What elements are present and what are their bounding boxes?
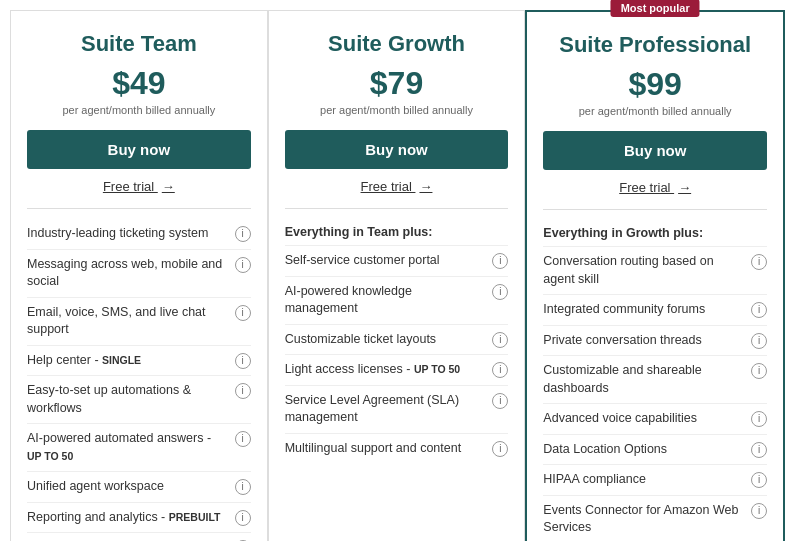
info-icon[interactable]: i — [751, 442, 767, 458]
feature-badge: PREBUILT — [169, 511, 221, 523]
feature-item: Reporting and analytics - PREBUILT i — [27, 503, 251, 534]
feature-text: Customizable and shareable dashboards — [543, 362, 751, 397]
plan-price: $99 — [543, 66, 767, 103]
buy-now-button[interactable]: Buy now — [27, 130, 251, 169]
feature-text: Service Level Agreement (SLA) management — [285, 392, 493, 427]
arrow-icon: → — [419, 179, 432, 194]
features-list: Self-service customer portal i AI-powere… — [285, 246, 509, 463]
feature-item: Service Level Agreement (SLA) management… — [285, 386, 509, 434]
feature-text: Industry-leading ticketing system — [27, 225, 235, 243]
divider — [27, 208, 251, 209]
feature-item: Email, voice, SMS, and live chat support… — [27, 298, 251, 346]
feature-item: HIPAA compliance i — [543, 465, 767, 496]
plan-name: Suite Team — [27, 31, 251, 57]
free-trial-link[interactable]: Free trial → — [543, 180, 767, 195]
feature-text: Conversation routing based on agent skil… — [543, 253, 751, 288]
features-list: Conversation routing based on agent skil… — [543, 247, 767, 541]
feature-item: Light access licenses - UP TO 50 i — [285, 355, 509, 386]
info-icon[interactable]: i — [751, 302, 767, 318]
feature-badge: UP TO 50 — [414, 363, 460, 375]
feature-item: Self-service customer portal i — [285, 246, 509, 277]
feature-item: Multilingual support and content i — [285, 434, 509, 464]
arrow-icon: → — [162, 179, 175, 194]
most-popular-badge: Most popular — [611, 0, 700, 17]
free-trial-link[interactable]: Free trial → — [285, 179, 509, 194]
feature-text: Advanced voice capabilities — [543, 410, 751, 428]
feature-item: Industry-leading ticketing system i — [27, 219, 251, 250]
feature-item: Easy-to-set up automations & workflows i — [27, 376, 251, 424]
arrow-icon: → — [678, 180, 691, 195]
plan-name: Suite Growth — [285, 31, 509, 57]
plan-name: Suite Professional — [543, 32, 767, 58]
feature-text: Customizable ticket layouts — [285, 331, 493, 349]
info-icon[interactable]: i — [235, 305, 251, 321]
info-icon[interactable]: i — [751, 503, 767, 519]
feature-text: Easy-to-set up automations & workflows — [27, 382, 235, 417]
info-icon[interactable]: i — [492, 332, 508, 348]
info-icon[interactable]: i — [492, 253, 508, 269]
pricing-container: Suite Team$49per agent/month billed annu… — [0, 0, 795, 541]
info-icon[interactable]: i — [492, 362, 508, 378]
feature-item: Customizable ticket layouts i — [285, 325, 509, 356]
feature-text: Integrated community forums — [543, 301, 751, 319]
buy-now-button[interactable]: Buy now — [285, 130, 509, 169]
info-icon[interactable]: i — [235, 257, 251, 273]
info-icon[interactable]: i — [235, 226, 251, 242]
plan-price: $79 — [285, 65, 509, 102]
section-header: Everything in Team plus: — [285, 219, 509, 246]
feature-item: AI-powered knowledge management i — [285, 277, 509, 325]
info-icon[interactable]: i — [235, 431, 251, 447]
divider — [285, 208, 509, 209]
info-icon[interactable]: i — [235, 383, 251, 399]
feature-text: Data Location Options — [543, 441, 751, 459]
feature-item: Private conversation threads i — [543, 326, 767, 357]
feature-text: AI-powered automated answers - UP TO 50 — [27, 430, 235, 465]
feature-item: Data Location Options i — [543, 435, 767, 466]
feature-text: Reporting and analytics - PREBUILT — [27, 509, 235, 527]
features-list: Industry-leading ticketing system i Mess… — [27, 219, 251, 541]
feature-text: Help center - SINGLE — [27, 352, 235, 370]
info-icon[interactable]: i — [751, 472, 767, 488]
info-icon[interactable]: i — [235, 510, 251, 526]
info-icon[interactable]: i — [492, 393, 508, 409]
plan-billing: per agent/month billed annually — [27, 104, 251, 116]
feature-item: Integrated community forums i — [543, 295, 767, 326]
info-icon[interactable]: i — [492, 441, 508, 457]
info-icon[interactable]: i — [751, 333, 767, 349]
info-icon[interactable]: i — [492, 284, 508, 300]
feature-item: AI-powered automated answers - UP TO 50 … — [27, 424, 251, 472]
feature-item: Advanced voice capabilities i — [543, 404, 767, 435]
feature-item: Unified agent workspace i — [27, 472, 251, 503]
plan-card-suite-team: Suite Team$49per agent/month billed annu… — [10, 10, 268, 541]
feature-item: Events Connector for Amazon Web Services… — [543, 496, 767, 542]
feature-text: AI-powered knowledge management — [285, 283, 493, 318]
feature-item: Help center - SINGLE i — [27, 346, 251, 377]
feature-text: Self-service customer portal — [285, 252, 493, 270]
buy-now-button[interactable]: Buy now — [543, 131, 767, 170]
free-trial-link[interactable]: Free trial → — [27, 179, 251, 194]
feature-badge: UP TO 50 — [27, 450, 73, 462]
info-icon[interactable]: i — [751, 363, 767, 379]
feature-item: Data and file storage - STANDARD i — [27, 533, 251, 541]
feature-badge: SINGLE — [102, 354, 141, 366]
feature-text: HIPAA compliance — [543, 471, 751, 489]
info-icon[interactable]: i — [751, 254, 767, 270]
divider — [543, 209, 767, 210]
feature-text: Messaging across web, mobile and social — [27, 256, 235, 291]
feature-text: Email, voice, SMS, and live chat support — [27, 304, 235, 339]
feature-item: Messaging across web, mobile and social … — [27, 250, 251, 298]
section-header: Everything in Growth plus: — [543, 220, 767, 247]
info-icon[interactable]: i — [235, 479, 251, 495]
plan-card-suite-growth: Suite Growth$79per agent/month billed an… — [268, 10, 526, 541]
feature-text: Unified agent workspace — [27, 478, 235, 496]
feature-item: Customizable and shareable dashboards i — [543, 356, 767, 404]
plan-billing: per agent/month billed annually — [543, 105, 767, 117]
feature-text: Multilingual support and content — [285, 440, 493, 458]
feature-text: Events Connector for Amazon Web Services — [543, 502, 751, 537]
feature-text: Light access licenses - UP TO 50 — [285, 361, 493, 379]
plan-billing: per agent/month billed annually — [285, 104, 509, 116]
feature-text: Private conversation threads — [543, 332, 751, 350]
plan-price: $49 — [27, 65, 251, 102]
info-icon[interactable]: i — [751, 411, 767, 427]
info-icon[interactable]: i — [235, 353, 251, 369]
